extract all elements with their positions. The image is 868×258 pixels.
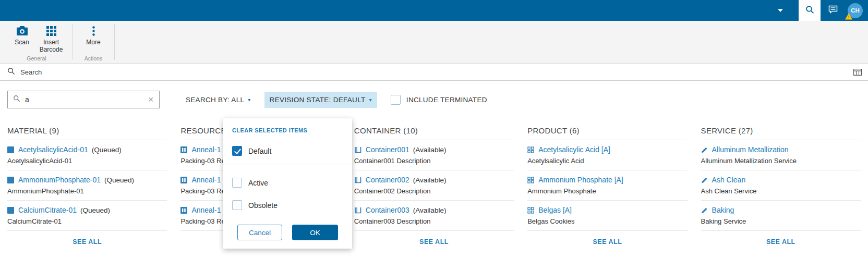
option-active[interactable]: Active: [223, 178, 352, 188]
item-description: Container001 Description: [354, 157, 514, 165]
ribbon-group-label-general: General: [2, 55, 71, 62]
checkbox-icon: [232, 178, 242, 188]
product-icon: [527, 177, 534, 183]
list-item: CalciumCitrate-01 (Queued) CalciumCitrat…: [7, 201, 167, 231]
topbar: CH !: [0, 0, 868, 21]
search-results-panel: a ✕ SEARCH BY: ALL ▾ REVISION STATE: DEF…: [0, 91, 868, 245]
ribbon-group-label-actions: Actions: [74, 55, 113, 62]
list-item: Ash Clean Ash Clean Service: [701, 170, 861, 201]
result-item-link[interactable]: Alluminum Metallization: [712, 145, 789, 154]
item-status: (Queued): [104, 176, 134, 184]
result-columns: MATERIAL (9) AcetylsalicylicAcid-01 (Que…: [0, 126, 868, 245]
item-status: (Available): [413, 146, 447, 154]
avatar[interactable]: CH !: [848, 3, 863, 18]
item-description: Container003 Description: [354, 217, 514, 225]
list-item: Container003 (Available) Container003 De…: [354, 201, 514, 231]
list-item: Acetylsalicylic Acid [A] Acetylsalicylic…: [527, 140, 687, 170]
include-terminated-checkbox[interactable]: INCLUDE TERMINATED: [391, 95, 487, 105]
result-item-link[interactable]: AcetylsalicylicAcid-01: [18, 145, 88, 154]
material-icon: [7, 146, 14, 153]
revision-state-popup: CLEAR SELECTED ITEMS Default Active Obso…: [223, 118, 352, 249]
checkbox-icon: [232, 200, 242, 210]
result-item-link[interactable]: Anneal-1: [191, 206, 221, 214]
resource-icon: [180, 146, 187, 153]
column-service: SERVICE (27) Alluminum Metallization All…: [701, 126, 861, 245]
column-title: MATERIAL (9): [7, 126, 167, 140]
more-dots-icon: [92, 24, 95, 37]
table-view-icon[interactable]: [853, 69, 862, 76]
container-icon: [354, 146, 361, 153]
chevron-down-icon[interactable]: [778, 9, 783, 12]
service-pencil-icon: [701, 207, 708, 214]
option-default[interactable]: Default: [223, 146, 352, 156]
app-window: CH ! Scan Insert Barcode General: [0, 0, 868, 245]
list-item: Container001 (Available) Container001 De…: [354, 140, 514, 170]
more-label: More: [86, 39, 100, 46]
clear-selected-items-link[interactable]: CLEAR SELECTED ITEMS: [223, 118, 352, 133]
result-item-link[interactable]: Baking: [712, 206, 734, 214]
item-description: Ash Clean Service: [701, 187, 861, 195]
search-by-dropdown[interactable]: SEARCH BY: ALL ▾: [180, 92, 256, 108]
ribbon-group-general: Scan Insert Barcode General: [2, 21, 71, 63]
revision-state-dropdown[interactable]: REVISION STATE: DEFAULT ▾: [264, 92, 377, 108]
resource-icon: [180, 207, 187, 214]
item-description: Acetylsalicylic Acid: [527, 157, 687, 165]
item-status: (Available): [413, 206, 447, 214]
ok-button[interactable]: OK: [292, 225, 338, 240]
more-button[interactable]: More: [79, 24, 108, 46]
search-input-value: a: [25, 95, 148, 104]
list-item: Container002 (Available) Container002 De…: [354, 170, 514, 201]
column-material: MATERIAL (9) AcetylsalicylicAcid-01 (Que…: [7, 126, 167, 245]
result-item-link[interactable]: Ammonium Phosphate [A]: [538, 176, 623, 184]
checkbox-icon: [391, 95, 401, 105]
see-all-link[interactable]: SEE ALL: [527, 238, 687, 245]
column-title: PRODUCT (6): [527, 126, 687, 140]
feedback-button[interactable]: [821, 0, 846, 21]
ribbon-toolbar: Scan Insert Barcode General More Actions: [0, 21, 868, 64]
item-description: Container002 Description: [354, 187, 514, 195]
search-toggle-button[interactable]: [799, 0, 821, 21]
search-by-label: SEARCH BY: ALL: [186, 96, 244, 104]
result-item-link[interactable]: Container001: [366, 145, 409, 154]
popup-footer: Cancel OK: [223, 225, 352, 240]
ribbon-group-actions: More Actions: [74, 21, 113, 63]
option-label: Default: [248, 147, 271, 155]
option-obsolete[interactable]: Obsolete: [223, 200, 352, 210]
item-description: CalciumCitrate-01: [7, 217, 167, 225]
scan-button[interactable]: Scan: [7, 24, 37, 46]
popup-divider: [223, 165, 352, 165]
warning-badge-icon: !: [845, 14, 852, 20]
result-item-link[interactable]: CalciumCitrate-01: [18, 206, 77, 214]
see-all-link[interactable]: SEE ALL: [354, 238, 514, 245]
result-item-link[interactable]: Acetylsalicylic Acid [A]: [538, 145, 610, 154]
search-icon: [805, 5, 814, 16]
ribbon-separator: [72, 24, 73, 60]
service-pencil-icon: [701, 146, 708, 153]
item-description: AmmoniumPhosphate-01: [7, 187, 167, 195]
result-item-link[interactable]: Ash Clean: [712, 176, 746, 184]
search-input[interactable]: a ✕: [7, 91, 160, 108]
camera-icon: [16, 24, 28, 37]
see-all-link[interactable]: SEE ALL: [7, 238, 167, 245]
search-header-label: Search: [20, 68, 42, 76]
result-item-link[interactable]: AmmoniumPhosphate-01: [18, 176, 101, 184]
resource-icon: [180, 177, 187, 183]
insert-barcode-label: Insert Barcode: [37, 39, 66, 54]
result-item-link[interactable]: Container003: [366, 206, 409, 214]
item-description: Belgas Cookies: [527, 217, 687, 225]
include-terminated-label: INCLUDE TERMINATED: [406, 96, 487, 104]
insert-barcode-button[interactable]: Insert Barcode: [37, 24, 66, 54]
see-all-link[interactable]: SEE ALL: [701, 238, 861, 245]
cancel-button[interactable]: Cancel: [237, 225, 282, 240]
material-icon: [7, 177, 14, 183]
result-item-link[interactable]: Container002: [366, 176, 409, 184]
search-header: Search: [0, 64, 868, 81]
column-title: SERVICE (27): [701, 126, 861, 140]
list-item: Alluminum Metallization Alluminum Metall…: [701, 140, 861, 170]
filter-row: a ✕ SEARCH BY: ALL ▾ REVISION STATE: DEF…: [0, 91, 868, 108]
result-item-link[interactable]: Anneal-1: [191, 176, 221, 184]
result-item-link[interactable]: Belgas [A]: [538, 206, 572, 214]
result-item-link[interactable]: Anneal-1: [191, 145, 221, 154]
ribbon-separator: [114, 24, 115, 60]
clear-search-icon[interactable]: ✕: [148, 95, 154, 104]
